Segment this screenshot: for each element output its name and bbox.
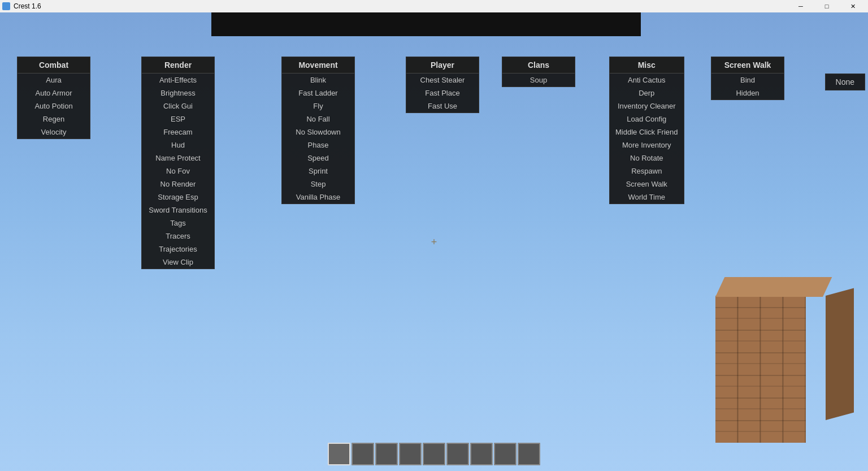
movement-item-phase[interactable]: Phase [282, 139, 354, 152]
misc-item-inventory-cleaner[interactable]: Inventory Cleaner [610, 100, 684, 113]
title-bar: Crest 1.6 ─ □ ✕ [0, 0, 868, 12]
movement-panel: Movement Blink Fast Ladder Fly No Fall N… [281, 57, 355, 204]
player-item-fast-use[interactable]: Fast Use [406, 100, 479, 113]
hotbar-slot-7[interactable] [470, 443, 493, 465]
render-item-sword-transitions[interactable]: Sword Transitions [142, 204, 214, 217]
combat-item-aura[interactable]: Aura [18, 74, 90, 87]
render-item-view-clip[interactable]: View Clip [142, 256, 214, 269]
render-item-esp[interactable]: ESP [142, 113, 214, 126]
render-item-hud[interactable]: Hud [142, 139, 214, 152]
render-item-name-protect[interactable]: Name Protect [142, 152, 214, 165]
render-item-anti-effects[interactable]: Anti-Effects [142, 74, 214, 87]
maximize-button[interactable]: □ [814, 0, 840, 12]
movement-item-sprint[interactable]: Sprint [282, 165, 354, 178]
crosshair: + [431, 236, 437, 248]
misc-item-more-inventory[interactable]: More Inventory [610, 139, 684, 152]
render-panel: Render Anti-Effects Brightness Click Gui… [141, 57, 215, 269]
misc-panel: Misc Anti Cactus Derp Inventory Cleaner … [609, 57, 684, 204]
none-button[interactable]: None [825, 74, 865, 90]
title-bar-left: Crest 1.6 [2, 2, 41, 10]
screen-walk-item-hidden[interactable]: Hidden [711, 87, 784, 100]
movement-item-no-slowdown[interactable]: No Slowdown [282, 126, 354, 139]
mc-block [704, 273, 828, 443]
player-item-fast-place[interactable]: Fast Place [406, 87, 479, 100]
movement-item-no-fall[interactable]: No Fall [282, 113, 354, 126]
hotbar-slot-5[interactable] [423, 443, 445, 465]
clans-panel: Clans Soup [502, 57, 575, 87]
combat-item-velocity[interactable]: Velocity [18, 126, 90, 139]
hotbar-slot-1[interactable] [328, 443, 350, 465]
player-item-chest-stealer[interactable]: Chest Stealer [406, 74, 479, 87]
screen-walk-panel: Screen Walk Bind Hidden [711, 57, 784, 100]
title-bar-controls: ─ □ ✕ [788, 0, 866, 12]
screen-walk-panel-header: Screen Walk [711, 57, 784, 74]
hotbar-slot-8[interactable] [494, 443, 517, 465]
minimize-button[interactable]: ─ [788, 0, 814, 12]
render-item-brightness[interactable]: Brightness [142, 87, 214, 100]
misc-item-no-rotate[interactable]: No Rotate [610, 152, 684, 165]
render-item-no-fov[interactable]: No Fov [142, 165, 214, 178]
screen-walk-item-bind[interactable]: Bind [711, 74, 784, 87]
misc-item-load-config[interactable]: Load Config [610, 113, 684, 126]
app-icon [2, 2, 10, 10]
hotbar [328, 443, 540, 465]
render-item-freecam[interactable]: Freecam [142, 126, 214, 139]
render-item-tracers[interactable]: Tracers [142, 230, 214, 243]
top-bar [211, 12, 641, 36]
misc-panel-header: Misc [610, 57, 684, 74]
misc-item-screen-walk[interactable]: Screen Walk [610, 178, 684, 191]
combat-panel: Combat Aura Auto Armor Auto Potion Regen… [17, 57, 90, 139]
render-item-storage-esp[interactable]: Storage Esp [142, 191, 214, 204]
render-item-trajectories[interactable]: Trajectories [142, 243, 214, 256]
movement-item-fast-ladder[interactable]: Fast Ladder [282, 87, 354, 100]
movement-item-vanilla-phase[interactable]: Vanilla Phase [282, 191, 354, 204]
combat-item-auto-armor[interactable]: Auto Armor [18, 87, 90, 100]
misc-item-anti-cactus[interactable]: Anti Cactus [610, 74, 684, 87]
movement-item-step[interactable]: Step [282, 178, 354, 191]
render-item-click-gui[interactable]: Click Gui [142, 100, 214, 113]
mc-block-top [715, 277, 832, 297]
player-panel: Player Chest Stealer Fast Place Fast Use [406, 57, 479, 113]
movement-item-blink[interactable]: Blink [282, 74, 354, 87]
hotbar-slot-4[interactable] [399, 443, 422, 465]
misc-item-respawn[interactable]: Respawn [610, 165, 684, 178]
combat-item-auto-potion[interactable]: Auto Potion [18, 100, 90, 113]
window-title: Crest 1.6 [14, 2, 41, 10]
combat-panel-header: Combat [18, 57, 90, 74]
movement-item-speed[interactable]: Speed [282, 152, 354, 165]
mc-block-front [715, 296, 806, 443]
movement-panel-header: Movement [282, 57, 354, 74]
hotbar-slot-6[interactable] [446, 443, 469, 465]
combat-item-regen[interactable]: Regen [18, 113, 90, 126]
misc-item-derp[interactable]: Derp [610, 87, 684, 100]
clans-panel-header: Clans [502, 57, 575, 74]
hotbar-slot-2[interactable] [351, 443, 374, 465]
render-item-no-render[interactable]: No Render [142, 178, 214, 191]
clans-item-soup[interactable]: Soup [502, 74, 575, 87]
render-panel-header: Render [142, 57, 214, 74]
close-button[interactable]: ✕ [840, 0, 866, 12]
player-panel-header: Player [406, 57, 479, 74]
hotbar-slot-3[interactable] [375, 443, 398, 465]
mc-block-side [826, 288, 854, 420]
movement-item-fly[interactable]: Fly [282, 100, 354, 113]
misc-item-world-time[interactable]: World Time [610, 191, 684, 204]
misc-item-middle-click-friend[interactable]: Middle Click Friend [610, 126, 684, 139]
hotbar-slot-9[interactable] [518, 443, 540, 465]
render-item-tags[interactable]: Tags [142, 217, 214, 230]
